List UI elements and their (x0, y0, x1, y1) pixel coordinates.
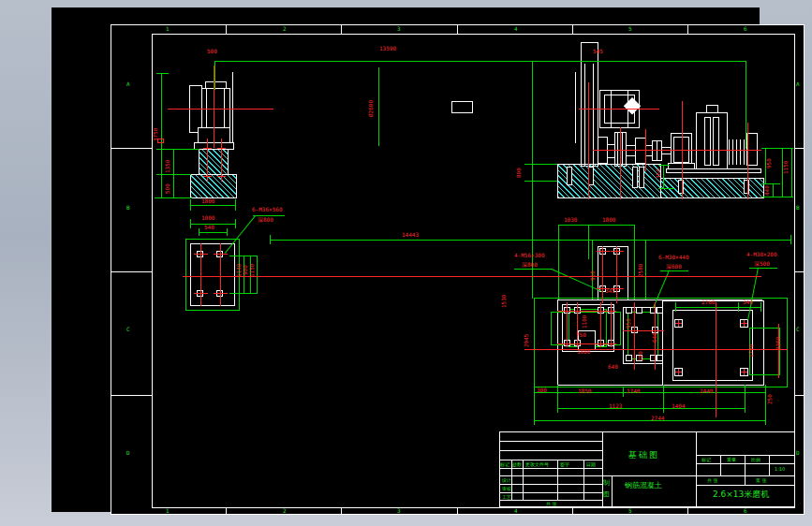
outline-box (744, 180, 749, 194)
outline-box (678, 180, 684, 194)
aux-line (790, 235, 791, 244)
aux-line (746, 61, 746, 149)
centerline (634, 302, 635, 370)
aux-line (658, 165, 670, 166)
line (457, 24, 458, 34)
dim-label: 1800 (602, 217, 615, 223)
dim-label: 440 (764, 185, 770, 196)
dim-label: 1000 (201, 215, 214, 221)
zone-label: 1 (166, 26, 170, 32)
aux-line (675, 302, 676, 312)
zone-label: 3 (397, 26, 401, 32)
aux-line (378, 67, 379, 146)
aux-line (773, 183, 774, 197)
centerline (600, 302, 601, 347)
aux-line (270, 240, 791, 241)
dim-label: 1350 (165, 160, 170, 173)
outline-box (639, 167, 644, 188)
line (499, 450, 602, 451)
line (687, 507, 688, 515)
line (583, 460, 584, 500)
dim-label: 2744 (651, 416, 664, 421)
dim-label: 250 (767, 394, 773, 404)
zone-label: A (126, 81, 130, 87)
aux-line (156, 174, 191, 175)
dim-label: 345 (605, 288, 615, 294)
centerline (194, 254, 208, 255)
rev-header-count: 处数 (512, 461, 522, 467)
line (341, 507, 342, 515)
dim-label: 14443 (402, 232, 419, 238)
aux-line (588, 225, 589, 259)
zone-label: B (796, 205, 800, 211)
dim-label: 2580 (638, 264, 643, 277)
centerline (602, 246, 603, 303)
centerline (217, 176, 226, 177)
aux-line (524, 181, 557, 182)
centerline (567, 302, 568, 347)
zone-label: A (796, 81, 800, 87)
material-label: 钢筋混凝土 (625, 480, 662, 490)
centerline (611, 302, 612, 347)
dim-label: 1530 (501, 295, 507, 308)
line (111, 148, 152, 149)
dim-label: 640 (608, 364, 618, 370)
line (557, 460, 558, 500)
aux-line (190, 205, 236, 206)
right-header-mark: 标记 (701, 457, 711, 462)
dim-label: 2440 (700, 388, 713, 394)
drawing-sheet: 50013590545Ø2600375013505001800800360950… (52, 7, 760, 512)
anchor-bolt (626, 307, 632, 314)
centerline (214, 293, 228, 294)
dim-label: 1030 (564, 217, 577, 223)
line (232, 72, 233, 143)
line (687, 24, 688, 34)
aux-line (173, 149, 174, 197)
dim-label: 750 (576, 332, 586, 338)
aux-line (534, 392, 766, 393)
line (499, 475, 602, 476)
dim-label: 3750 (153, 128, 158, 141)
aux-line (155, 197, 192, 198)
line (499, 468, 602, 469)
aux-line (199, 232, 228, 233)
zone-label: D (126, 450, 130, 456)
right-header-scale: 比例 (751, 457, 760, 462)
anchor-bolt-cross (740, 368, 748, 376)
line (499, 441, 602, 442)
dim-label: 2945 (524, 334, 529, 347)
dim-label: 800 (516, 168, 522, 178)
dim-label: 500 (207, 49, 217, 54)
aux-line (738, 302, 739, 312)
centerline (214, 66, 214, 148)
dim-label: 1404 (672, 403, 685, 409)
aux-line (761, 148, 793, 149)
aux-line (658, 188, 674, 189)
zone-label: B (126, 205, 130, 211)
total-sheets: 共 张 (707, 477, 718, 483)
dim-label: 4-M30×200 (746, 252, 777, 257)
line (794, 148, 805, 149)
dim-label: 340 (743, 300, 753, 305)
centerline (183, 276, 761, 277)
line (572, 24, 573, 34)
aux-line (761, 197, 793, 197)
sheet-number: 第 张 (756, 477, 767, 483)
row-label-process: 工艺 (502, 494, 511, 500)
line (111, 395, 152, 396)
line (794, 271, 805, 272)
dim-label: Ø2600 (368, 100, 374, 117)
row-label-check: 审核 (502, 486, 511, 491)
line (575, 72, 576, 143)
outline-box (567, 167, 572, 185)
dim-label: 360 (656, 168, 661, 179)
dim-label: 1123 (609, 403, 622, 409)
line (226, 507, 227, 515)
dim-label: 6-M36×560 (252, 207, 283, 212)
line (602, 475, 696, 476)
outline-box (632, 167, 638, 188)
rev-header-sign: 签字 (560, 461, 569, 467)
row-label-design: 设计 (502, 477, 511, 483)
centerline (616, 246, 617, 303)
dim-label: 深500 (754, 261, 770, 267)
